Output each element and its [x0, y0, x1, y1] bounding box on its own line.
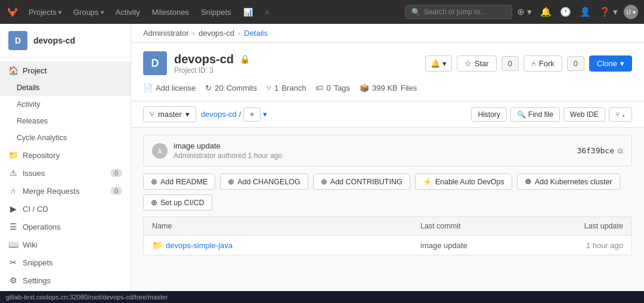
avatar[interactable]: U ▾ — [624, 5, 638, 19]
commits-icon: ↻ — [205, 84, 212, 92]
add-changelog-button[interactable]: ⊕ Add CHANGELOG — [220, 174, 308, 190]
project-icon: 🏠 — [8, 66, 18, 75]
sidebar-item-cycle-analytics[interactable]: Cycle Analytics — [0, 129, 131, 146]
files-stat[interactable]: 📦 399 KB Files — [360, 84, 417, 92]
sidebar-project-header[interactable]: D devops-cd — [0, 24, 131, 58]
breadcrumb-sep-1: › — [193, 29, 195, 38]
groups-caret-icon: ▾ — [101, 9, 104, 16]
history-button[interactable]: History — [471, 107, 506, 122]
repo-path: devops-cd / + ▾ — [201, 107, 268, 122]
fork-icon: ⑃ — [531, 59, 536, 68]
file-name-text: devops-simple-java — [166, 241, 233, 250]
sidebar-item-cicd[interactable]: ▶ CI / CD — [0, 200, 131, 218]
add-kubernetes-button[interactable]: ☸ Add Kubernetes cluster — [517, 174, 620, 190]
sidebar-item-repository[interactable]: 📁 Repository — [0, 146, 131, 164]
nav-groups[interactable]: Groups ▾ — [69, 5, 109, 19]
plus-icon: ⊕ — [151, 198, 157, 207]
search-icon: 🔍 — [411, 8, 420, 16]
file-name-cell[interactable]: 📁 devops-simple-java — [152, 240, 420, 250]
sidebar-item-issues[interactable]: ⚠ Issues 0 — [0, 164, 131, 182]
setup-cicd-button[interactable]: ⊕ Set up CI/CD — [143, 194, 212, 211]
plus-icon[interactable]: ⊕ ▾ — [515, 4, 534, 20]
sidebar-item-settings[interactable]: ⚙ Settings — [0, 271, 131, 289]
add-file-button[interactable]: + — [243, 107, 261, 122]
add-contributing-button[interactable]: ⊕ Add CONTRIBUTING — [313, 174, 410, 190]
search-input[interactable]: 🔍 Search or jump to... — [405, 5, 512, 19]
nav-snippets[interactable]: Snippets — [196, 5, 236, 19]
sidebar-item-label: Project — [23, 66, 47, 75]
branch-stat[interactable]: ⑂ 1 Branch — [267, 84, 306, 92]
wiki-icon: 📖 — [8, 240, 18, 249]
web-ide-button[interactable]: Web IDE — [564, 107, 605, 122]
cicd-icon: ▶ — [8, 204, 18, 214]
sidebar-item-operations[interactable]: ☰ Operations — [0, 218, 131, 236]
license-icon: 📄 — [143, 84, 153, 92]
nav-activity[interactable]: Activity — [111, 5, 145, 19]
sidebar-item-label: Details — [17, 84, 39, 92]
nav-milestones[interactable]: Milestones — [147, 5, 194, 19]
commit-title[interactable]: image update — [174, 141, 571, 150]
sidebar-item-wiki[interactable]: 📖 Wiki — [0, 236, 131, 253]
file-commit-cell: image update — [420, 241, 540, 250]
breadcrumb-repo[interactable]: devops-cd — [199, 29, 234, 38]
status-bar: gitlab-test.coolops.cn:32080/root/devops… — [0, 291, 644, 303]
tags-stat[interactable]: 🏷 0 Tags — [315, 84, 350, 92]
project-title-row: D devops-cd 🔒 Project ID: 3 🔔 ▾ ☆ Star — [143, 51, 632, 75]
commit-author-avatar: A — [152, 143, 168, 159]
snippets-icon: ✂ — [8, 258, 18, 267]
breadcrumb-admin[interactable]: Administrator — [143, 29, 189, 38]
bell-icon[interactable]: 🔔 — [538, 4, 554, 20]
sidebar-item-merge-requests[interactable]: ⑃ Merge Requests 0 — [0, 182, 131, 200]
notifications-dropdown[interactable]: 🔔 ▾ — [425, 55, 452, 72]
fork-count: 0 — [567, 56, 584, 71]
copy-hash-button[interactable]: ⧉ — [618, 147, 623, 155]
sidebar-item-label: Activity — [17, 100, 41, 109]
nav-fork-icon[interactable]: ⑃ — [260, 5, 274, 19]
branch-selector[interactable]: ⑂ master ▾ — [143, 106, 196, 122]
help-icon[interactable]: ❓ ▾ — [597, 4, 620, 20]
merge-requests-icon: ⑃ — [8, 186, 18, 196]
commit-meta: Administrator authored 1 hour ago — [174, 152, 571, 160]
sidebar-item-project[interactable]: 🏠 Project — [0, 61, 131, 79]
sidebar-item-label: CI / CD — [23, 205, 48, 214]
col-last-update: Last update — [540, 222, 623, 230]
enable-autodevops-button[interactable]: ⚡ Enable Auto DevOps — [415, 174, 512, 190]
clock-icon[interactable]: 🕐 — [558, 4, 574, 20]
projects-caret-icon: ▾ — [58, 9, 61, 16]
star-count: 0 — [501, 56, 519, 71]
more-options-button[interactable]: ⑂ ▾ — [609, 107, 632, 122]
sidebar-item-label: Issues — [23, 169, 45, 178]
status-url: gitlab-test.coolops.cn:32080/root/devops… — [6, 293, 168, 301]
sidebar: D devops-cd 🏠 Project Details Activity R… — [0, 24, 131, 303]
add-readme-button[interactable]: ⊕ Add README — [143, 174, 215, 190]
table-row: 📁 devops-simple-java image update 1 hour… — [144, 236, 631, 255]
sidebar-item-details[interactable]: Details — [0, 79, 131, 96]
commits-stat[interactable]: ↻ 20 Commits — [205, 84, 257, 92]
sidebar-item-releases[interactable]: Releases — [0, 113, 131, 129]
breadcrumb: Administrator › devops-cd › Details — [131, 24, 644, 43]
find-file-button[interactable]: 🔍 Find file — [510, 107, 560, 122]
quick-actions: ⊕ Add README ⊕ Add CHANGELOG ⊕ Add CONTR… — [131, 174, 644, 194]
nav-chart-icon[interactable]: 📊 — [239, 5, 258, 19]
autodevops-icon: ⚡ — [423, 177, 432, 186]
issues-icon: ⚠ — [8, 168, 18, 178]
tags-icon: 🏷 — [315, 84, 323, 92]
nav-projects[interactable]: Projects ▾ — [24, 5, 66, 19]
add-license-btn[interactable]: 📄 Add license — [143, 84, 196, 92]
sidebar-item-snippets[interactable]: ✂ Snippets — [0, 253, 131, 271]
kubernetes-icon: ☸ — [525, 177, 532, 186]
file-table: Name Last commit Last update 📁 devops-si… — [143, 217, 632, 255]
sidebar-item-label: Cycle Analytics — [17, 134, 67, 142]
fork-button[interactable]: ⑃ Fork — [524, 55, 562, 72]
sidebar-item-activity[interactable]: Activity — [0, 96, 131, 113]
user-icon[interactable]: 👤 — [577, 4, 593, 20]
file-table-header: Name Last commit Last update — [144, 217, 631, 236]
merge-requests-badge: 0 — [110, 187, 122, 195]
plus-caret-icon: ▾ — [263, 110, 267, 119]
repo-path-name[interactable]: devops-cd — [201, 110, 237, 119]
clone-button[interactable]: Clone ▾ — [589, 55, 632, 72]
col-last-commit: Last commit — [420, 222, 540, 230]
branch-icon: ⑂ — [150, 110, 154, 119]
operations-icon: ☰ — [8, 222, 18, 231]
star-button[interactable]: ☆ Star — [457, 55, 497, 72]
